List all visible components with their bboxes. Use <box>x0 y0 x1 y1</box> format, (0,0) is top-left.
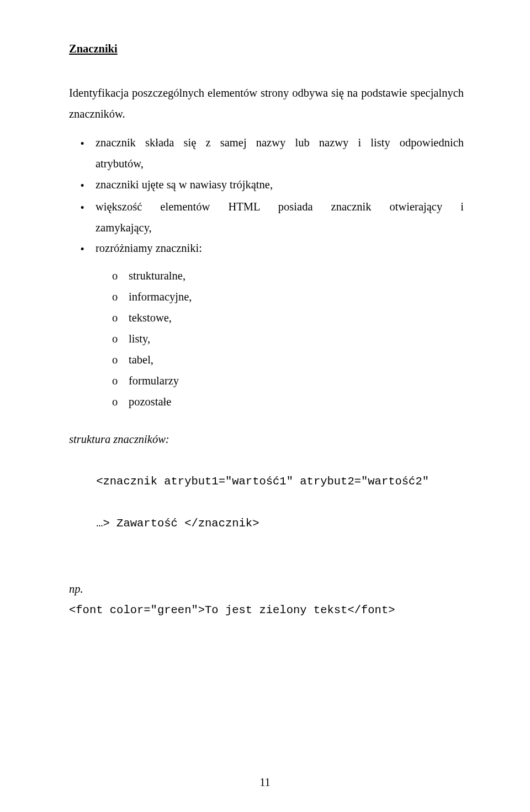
list-item: • znaczniki ujęte są w nawiasy trójkątne… <box>69 175 464 197</box>
list-item: • znacznik składa się z samej nazwy lub … <box>69 133 464 175</box>
subbullet-icon: o <box>112 329 129 350</box>
list-item: o listy, <box>112 329 464 350</box>
list-item: o strukturalne, <box>112 266 464 287</box>
bullet-icon: • <box>69 238 96 260</box>
list-item-text: znacznik składa się z samej nazwy lub na… <box>96 133 464 175</box>
list-item: • rozróżniamy znaczniki: <box>69 238 464 260</box>
code-example: <font color="green">To jest zielony teks… <box>69 600 464 621</box>
list-item: o pozostałe <box>112 392 464 413</box>
code-block: <znacznik atrybut1="wartość1" atrybut2="… <box>69 450 464 555</box>
list-item-text: rozróżniamy znaczniki: <box>96 238 464 259</box>
sub-list: o strukturalne, o informacyjne, o teksto… <box>69 266 464 412</box>
list-item-text: większość elementów HTML posiada znaczni… <box>96 197 464 239</box>
list-item-text: znaczniki ujęte są w nawiasy trójkątne, <box>96 175 464 196</box>
list-item: • większość elementów HTML posiada znacz… <box>69 197 464 239</box>
subbullet-icon: o <box>112 392 129 413</box>
list-item: o tekstowe, <box>112 308 464 329</box>
list-item-text: pozostałe <box>129 392 464 413</box>
struct-label: struktura znaczników: <box>69 429 464 450</box>
document-page: Znaczniki Identyfikacja poszczególnych e… <box>0 0 530 812</box>
subbullet-icon: o <box>112 266 129 287</box>
list-item: o tabel, <box>112 350 464 371</box>
np-label: np. <box>69 579 464 600</box>
code-line: …> Zawartość </znacznik> <box>96 517 259 530</box>
subbullet-icon: o <box>112 308 129 329</box>
subbullet-icon: o <box>112 371 129 392</box>
subbullet-icon: o <box>112 350 129 371</box>
list-item-text: formularzy <box>129 371 464 392</box>
list-item: o formularzy <box>112 371 464 392</box>
list-item-text: listy, <box>129 329 464 350</box>
list-item-text: tekstowe, <box>129 308 464 329</box>
list-item: o informacyjne, <box>112 287 464 308</box>
section-heading: Znaczniki <box>69 39 464 60</box>
page-number: 11 <box>0 772 530 793</box>
code-line: <znacznik atrybut1="wartość1" atrybut2="… <box>96 475 429 488</box>
bullet-icon: • <box>69 175 96 197</box>
bullet-icon: • <box>69 133 96 155</box>
list-item-text: strukturalne, <box>129 266 464 287</box>
list-item-text: informacyjne, <box>129 287 464 308</box>
bullet-list: • znacznik składa się z samej nazwy lub … <box>69 133 464 261</box>
list-item-text: tabel, <box>129 350 464 371</box>
subbullet-icon: o <box>112 287 129 308</box>
bullet-icon: • <box>69 197 96 219</box>
intro-paragraph: Identyfikacja poszczególnych elementów s… <box>69 83 464 125</box>
